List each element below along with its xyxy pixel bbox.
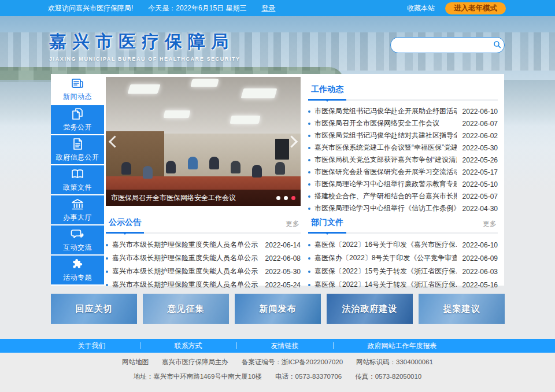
news-row: 嘉医保办〔2022〕8号关于印发《公平竞争审查...2022-06-09 (308, 252, 498, 265)
news-row: 市医保局党组书记冯俊华赴企开展助企纾困活动2022-06-10 (308, 105, 498, 117)
dept-files-more-link[interactable]: 更多 (483, 219, 497, 229)
news-link[interactable]: 嘉兴市本级长期护理保险重度失能人员名单公示（2... (112, 240, 260, 250)
news-row: 嘉兴市本级长期护理保险重度失能人员名单公示（2...2022-06-14 (106, 238, 301, 252)
page: 欢迎访问嘉兴市医疗保障局! 今天是：2022年6月15日 星期三 登录 收藏本站… (0, 0, 555, 392)
news-date: 2022-05-17 (462, 168, 498, 176)
news-link[interactable]: 嘉兴市本级长期护理保险重度失能人员名单公示（2... (112, 253, 260, 263)
sidebar-item-news[interactable]: 新闻动态 (51, 74, 104, 104)
section-title-dept-files[interactable]: 部门文件 (308, 217, 346, 234)
search-box (390, 37, 505, 53)
news-link[interactable]: 嘉兴市本级长期护理保险重度失能人员名单公示（2... (112, 267, 260, 276)
footer-info-item: 传真：0573-82050010 (342, 373, 421, 380)
bullet-icon (106, 271, 108, 273)
carousel-dot-active[interactable] (291, 196, 295, 200)
quick-link-news-release[interactable]: 新闻发布 (235, 294, 321, 324)
news-link[interactable]: 市医保局党组书记冯俊华赴企开展助企纾困活动 (314, 106, 457, 116)
section-title-work-news[interactable]: 工作动态 (308, 84, 346, 101)
footer-info: 网站地图 嘉兴市医疗保障局主办 备案证编号：浙ICP备2022007020 网站… (0, 353, 555, 392)
bullet-icon (308, 171, 310, 173)
search-input[interactable] (398, 40, 490, 50)
sidebar-item-gov-info[interactable]: 政府信息公开 (51, 135, 104, 164)
sidebar-item-policy[interactable]: 政策文件 (51, 165, 104, 194)
footer-info-item: 备案证编号：浙ICP备2022007020 (228, 358, 343, 365)
favorite-link[interactable]: 收藏本站 (407, 3, 435, 13)
bullet-icon (106, 244, 108, 246)
quick-link-label: 回应关切 (76, 304, 113, 315)
footer-nav-about[interactable]: 关于我们 (78, 341, 106, 351)
carousel-caption[interactable]: 市医保局召开全市医保网络安全工作会议 (111, 193, 272, 203)
news-date: 2022-06-07 (462, 120, 498, 128)
news-link[interactable]: 嘉医保〔2022〕15号关于转发《浙江省医疗保... (314, 267, 457, 276)
quick-links-row: 回应关切意见征集新闻发布法治政府建设提案建议 (51, 294, 505, 324)
news-date: 2022-05-30 (265, 268, 301, 276)
main-content: 新闻动态党务公开政府信息公开政策文件办事大厅互动交流活动专题 市医保局召开全市医… (51, 74, 504, 286)
news-row: 市医保局理论学习中心组举行《信访工作条例》专题...2022-04-30 (308, 202, 498, 215)
section-notices: 公示公告 更多 嘉兴市本级长期护理保险重度失能人员名单公示（2...2022-0… (106, 217, 301, 291)
divider (236, 342, 237, 349)
work-news-list: 市医保局党组书记冯俊华赴企开展助企纾困活动2022-06-10市医保局召开全市医… (308, 105, 498, 215)
sidebar-item-label: 活动专题 (63, 273, 92, 283)
news-row: 嘉兴市本级长期护理保险重度失能人员名单公示（2...2022-05-24 (106, 278, 301, 291)
news-link[interactable]: 市医保局机关党总支部获评嘉兴市争创“建设清廉机... (314, 155, 457, 165)
footer-line2: 地址：嘉兴市中环南路1469号中南大厦10楼 电话：0573-83370706 … (0, 372, 555, 382)
news-link[interactable]: 嘉兴市医保系统党建工作会议暨“幸福医保”党建联... (314, 143, 457, 153)
news-row: 嘉医保〔2022〕16号关于印发《嘉兴市医疗保...2022-06-10 (308, 238, 498, 252)
sidebar-item-activities[interactable]: 活动专题 (51, 256, 104, 284)
quick-link-respond[interactable]: 回应关切 (51, 294, 137, 324)
date-text: 今天是：2022年6月15日 星期三 (148, 3, 246, 13)
footer-nav-annual-report[interactable]: 政府网站工作年度报表 (368, 341, 437, 351)
quick-link-label: 意见征集 (168, 304, 205, 315)
notices-list: 嘉兴市本级长期护理保险重度失能人员名单公示（2...2022-06-14嘉兴市本… (106, 238, 301, 291)
bullet-icon (308, 110, 310, 113)
bank-icon (71, 197, 84, 211)
quick-link-opinion[interactable]: 意见征集 (143, 294, 229, 324)
news-row: 嘉医保〔2022〕15号关于转发《浙江省医疗保...2022-06-03 (308, 265, 498, 278)
login-link[interactable]: 登录 (261, 3, 275, 13)
sidebar-item-party[interactable]: 党务公开 (51, 105, 104, 134)
topbar: 欢迎访问嘉兴市医疗保障局! 今天是：2022年6月15日 星期三 登录 收藏本站… (0, 0, 555, 16)
news-date: 2022-06-03 (462, 268, 498, 276)
news-date: 2022-05-10 (462, 180, 498, 188)
document-icon (71, 137, 84, 151)
sidebar-item-label: 政府信息公开 (56, 153, 99, 162)
sidebar-menu: 新闻动态党务公开政府信息公开政策文件办事大厅互动交流活动专题 (51, 74, 104, 286)
news-link[interactable]: 嘉医保办〔2022〕8号关于印发《公平竞争审查... (314, 253, 457, 263)
carousel-dot[interactable] (284, 196, 288, 200)
bullet-icon (308, 147, 310, 149)
bullet-icon (308, 183, 310, 186)
sidebar-item-interaction[interactable]: 互动交流 (51, 225, 104, 254)
news-link[interactable]: 嘉医保〔2022〕14号关于转发《浙江省医疗保... (314, 280, 457, 290)
quick-link-law-gov[interactable]: 法治政府建设 (327, 294, 413, 324)
news-link[interactable]: 市医保研究会赴省医保研究会开展学习交流活动 (314, 167, 457, 177)
divider (140, 342, 140, 349)
news-link[interactable]: 嘉兴市本级长期护理保险重度失能人员名单公示（2... (112, 280, 260, 290)
news-date: 2022-06-02 (462, 132, 498, 140)
sidebar-item-label: 党务公开 (63, 123, 92, 132)
footer-info-item: 嘉兴市医疗保障局主办 (149, 358, 228, 365)
bullet-icon (106, 257, 108, 260)
site-title: 嘉兴市医疗保障局 (49, 30, 240, 54)
bullet-icon (106, 284, 108, 286)
footer-nav-links[interactable]: 友情链接 (271, 341, 299, 351)
footer-nav-contact[interactable]: 联系方式 (175, 341, 202, 351)
news-link[interactable]: 市医保局召开全市医保网络安全工作会议 (314, 119, 457, 128)
search-button[interactable] (490, 38, 504, 52)
news-link[interactable]: 市医保局理论学习中心组举行《信访工作条例》专题... (314, 204, 457, 213)
news-link[interactable]: 嘉医保〔2022〕16号关于印发《嘉兴市医疗保... (314, 240, 457, 250)
section-title-notices[interactable]: 公示公告 (106, 217, 144, 234)
news-link[interactable]: 市医保局党组书记冯俊华赴结对共建社区指导全国文... (314, 131, 457, 140)
pages-icon (71, 107, 84, 121)
quick-link-proposal[interactable]: 提案建议 (419, 294, 505, 324)
footer-info-item[interactable]: 网站地图 (122, 358, 149, 365)
sidebar-item-label: 新闻动态 (63, 92, 92, 102)
bullet-icon (308, 257, 310, 260)
carousel-dot[interactable] (276, 196, 280, 200)
elder-mode-button[interactable]: 进入老年模式 (445, 2, 506, 14)
sidebar-item-service-hall[interactable]: 办事大厅 (51, 195, 104, 224)
site-subtitle: JIAXING MUNICIPAL BUREAU OF HEALTHCARE S… (49, 56, 240, 62)
bullet-icon (308, 135, 310, 137)
news-link[interactable]: 搭建校企合作、产学研相结合的平台嘉兴市长期护理... (314, 191, 457, 201)
footer-info-item: 地址：嘉兴市中环南路1469号中南大厦10楼 (134, 373, 262, 380)
news-link[interactable]: 市医保局理论学习中心组举行廉政警示教育专题学习... (314, 179, 457, 189)
notices-more-link[interactable]: 更多 (286, 219, 299, 229)
